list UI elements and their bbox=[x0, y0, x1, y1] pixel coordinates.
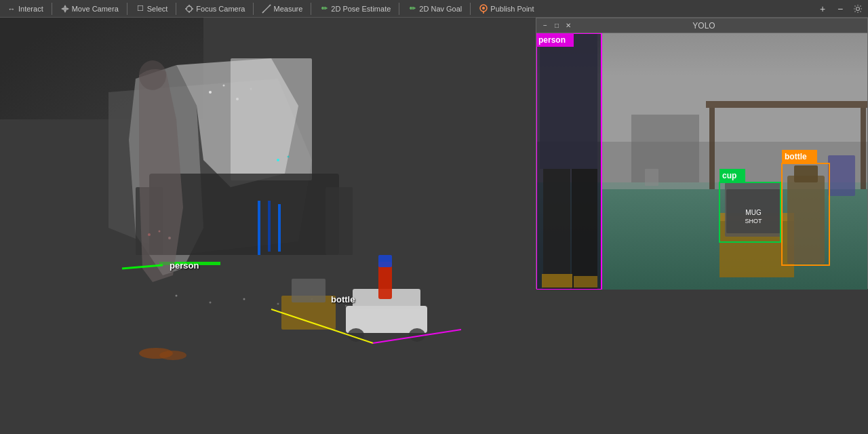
svg-rect-108 bbox=[645, 169, 658, 186]
yolo-title: YOLO bbox=[573, 21, 835, 31]
yolo-minimize-btn[interactable]: − bbox=[540, 21, 550, 31]
separator-3 bbox=[176, 3, 176, 15]
svg-rect-92 bbox=[540, 33, 597, 169]
svg-line-11 bbox=[262, 12, 264, 13]
svg-point-55 bbox=[263, 94, 266, 97]
pose-2d-tool[interactable]: ✏ 2D Pose Estimate bbox=[315, 3, 395, 15]
svg-point-51 bbox=[209, 91, 212, 94]
move-camera-tool[interactable]: Move Camera bbox=[56, 3, 123, 15]
svg-point-4 bbox=[64, 7, 66, 10]
nav-goal-label: 2D Nav Goal bbox=[419, 5, 462, 13]
svg-point-16 bbox=[856, 7, 860, 10]
svg-rect-98 bbox=[631, 115, 699, 182]
focus-camera-icon bbox=[184, 4, 194, 14]
publish-point-tool[interactable]: Publish Point bbox=[475, 3, 538, 15]
svg-rect-105 bbox=[787, 176, 825, 264]
separator-1 bbox=[52, 3, 52, 15]
svg-point-60 bbox=[288, 156, 290, 158]
measure-icon bbox=[262, 4, 271, 14]
svg-point-54 bbox=[250, 88, 252, 90]
settings-btn[interactable] bbox=[850, 1, 865, 16]
svg-rect-93 bbox=[542, 274, 572, 288]
pointcloud-mesh bbox=[41, 38, 502, 377]
svg-marker-0 bbox=[64, 5, 66, 7]
camera-image-svg: MUG SHOT person bbox=[536, 33, 867, 290]
svg-point-66 bbox=[210, 302, 212, 304]
focus-camera-tool[interactable]: Focus Camera bbox=[180, 3, 249, 15]
interact-icon: ↔ bbox=[7, 4, 16, 14]
svg-rect-90 bbox=[543, 169, 570, 290]
yolo-restore-btn[interactable]: □ bbox=[552, 21, 561, 31]
svg-line-12 bbox=[269, 5, 271, 6]
minus-btn[interactable]: − bbox=[833, 1, 848, 16]
svg-point-71 bbox=[139, 60, 166, 90]
move-camera-label: Move Camera bbox=[72, 5, 119, 13]
interact-label: Interact bbox=[18, 5, 43, 13]
svg-point-65 bbox=[176, 295, 178, 297]
svg-rect-91 bbox=[572, 169, 597, 290]
svg-rect-79 bbox=[378, 255, 392, 267]
svg-rect-107 bbox=[828, 155, 855, 196]
yolo-titlebar: − □ ✕ YOLO bbox=[536, 18, 867, 33]
svg-point-52 bbox=[223, 85, 225, 87]
svg-rect-96 bbox=[709, 108, 715, 189]
svg-point-68 bbox=[277, 303, 279, 305]
yolo-close-btn[interactable]: ✕ bbox=[564, 21, 573, 31]
svg-rect-61 bbox=[258, 201, 260, 255]
svg-marker-3 bbox=[66, 7, 69, 10]
svg-text:cup: cup bbox=[722, 171, 736, 180]
nav-goal-tool[interactable]: ✏ 2D Nav Goal bbox=[403, 3, 466, 15]
svg-rect-95 bbox=[706, 101, 867, 108]
separator-6 bbox=[399, 3, 399, 15]
svg-rect-47 bbox=[231, 58, 312, 180]
pose-2d-icon: ✏ bbox=[319, 4, 329, 14]
pose-2d-label: 2D Pose Estimate bbox=[331, 5, 391, 13]
interact-tool[interactable]: ↔ Interact bbox=[3, 3, 47, 15]
svg-rect-106 bbox=[794, 165, 818, 182]
toolbar: ↔ Interact Move Camera ☐ Select bbox=[0, 0, 868, 18]
separator-5 bbox=[311, 3, 311, 15]
svg-rect-62 bbox=[268, 201, 271, 252]
select-label: Select bbox=[147, 5, 168, 13]
yolo-camera-feed: MUG SHOT person bbox=[536, 33, 867, 290]
window-controls: − □ ✕ bbox=[540, 21, 573, 31]
measure-tool[interactable]: Measure bbox=[258, 3, 307, 15]
svg-rect-97 bbox=[861, 108, 866, 189]
move-camera-icon bbox=[60, 4, 70, 14]
separator-2 bbox=[127, 3, 127, 15]
svg-point-53 bbox=[236, 98, 239, 100]
svg-point-59 bbox=[277, 159, 279, 161]
separator-7 bbox=[470, 3, 471, 15]
main-area: person bottle − □ ✕ YOLO bbox=[0, 18, 868, 434]
svg-rect-63 bbox=[278, 204, 281, 252]
measure-label: Measure bbox=[273, 5, 302, 13]
select-icon: ☐ bbox=[136, 4, 145, 14]
svg-text:SHOT: SHOT bbox=[745, 218, 762, 224]
svg-rect-50 bbox=[326, 187, 353, 255]
select-tool[interactable]: ☐ Select bbox=[132, 3, 172, 15]
svg-marker-1 bbox=[64, 10, 66, 13]
publish-point-icon bbox=[479, 4, 488, 14]
svg-point-67 bbox=[243, 298, 245, 300]
svg-marker-2 bbox=[61, 7, 64, 10]
svg-text:bottle: bottle bbox=[785, 152, 807, 161]
focus-camera-label: Focus Camera bbox=[196, 5, 245, 13]
publish-point-label: Publish Point bbox=[490, 5, 534, 13]
separator-4 bbox=[253, 3, 254, 15]
yolo-window[interactable]: − □ ✕ YOLO bbox=[536, 18, 868, 289]
svg-text:person: person bbox=[538, 35, 566, 45]
nav-goal-icon: ✏ bbox=[408, 4, 417, 14]
svg-point-14 bbox=[482, 7, 485, 9]
svg-rect-94 bbox=[574, 276, 597, 288]
svg-rect-78 bbox=[378, 262, 392, 299]
add-btn[interactable]: + bbox=[815, 1, 830, 16]
svg-point-70 bbox=[345, 305, 347, 307]
svg-point-73 bbox=[159, 351, 186, 360]
svg-text:MUG: MUG bbox=[745, 209, 762, 216]
toolbar-right: + − bbox=[815, 1, 865, 16]
svg-rect-75 bbox=[292, 279, 326, 302]
svg-point-5 bbox=[186, 6, 192, 12]
